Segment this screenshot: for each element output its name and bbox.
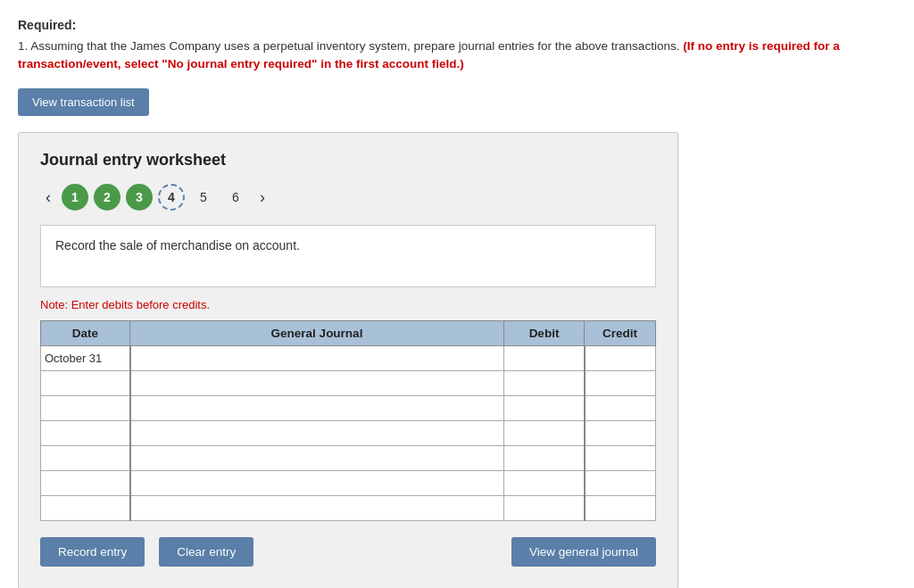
record-entry-button[interactable]: Record entry [40, 537, 145, 567]
next-page-button[interactable]: › [254, 187, 270, 207]
prev-page-button[interactable]: ‹ [40, 187, 56, 207]
view-transaction-button[interactable]: View transaction list [18, 88, 149, 116]
cell-journal-3[interactable] [130, 395, 504, 420]
cell-journal-2[interactable] [130, 370, 504, 395]
cell-debit-2[interactable] [504, 370, 585, 395]
cell-journal-6[interactable] [130, 470, 504, 495]
credit-input-2[interactable] [589, 377, 652, 390]
cell-debit-1[interactable] [504, 345, 585, 370]
col-header-date: Date [41, 320, 130, 345]
credit-input-4[interactable] [589, 427, 652, 440]
table-row [41, 395, 656, 420]
journal-input-1[interactable] [135, 352, 501, 365]
cell-debit-4[interactable] [504, 420, 585, 445]
table-row [41, 495, 656, 520]
col-header-journal: General Journal [130, 320, 504, 345]
date-value-1: October 31 [45, 352, 102, 365]
cell-date-3 [41, 395, 130, 420]
required-label: Required: [18, 18, 896, 32]
credit-input-1[interactable] [589, 352, 652, 365]
col-header-credit: Credit [585, 320, 656, 345]
page-1-button[interactable]: 1 [62, 184, 88, 211]
journal-input-5[interactable] [135, 451, 501, 465]
cell-date-6 [41, 470, 130, 495]
debit-input-3[interactable] [508, 402, 580, 415]
debit-input-1[interactable] [508, 352, 580, 365]
credit-input-3[interactable] [589, 402, 652, 415]
cell-date-4 [41, 420, 130, 445]
debit-input-7[interactable] [508, 501, 580, 515]
cell-date-2 [41, 370, 130, 395]
cell-debit-6[interactable] [504, 470, 585, 495]
cell-credit-6[interactable] [585, 470, 656, 495]
credit-input-7[interactable] [589, 501, 652, 515]
view-general-journal-button[interactable]: View general journal [511, 537, 656, 567]
cell-date-5 [41, 445, 130, 470]
cell-journal-1[interactable] [130, 345, 504, 370]
cell-credit-7[interactable] [585, 495, 656, 520]
page-6-button[interactable]: 6 [222, 184, 249, 211]
page-2-button[interactable]: 2 [94, 184, 120, 211]
cell-date-7 [41, 495, 130, 520]
cell-credit-3[interactable] [585, 395, 656, 420]
page-3-button[interactable]: 3 [126, 184, 153, 211]
debit-input-6[interactable] [508, 476, 580, 490]
page-4-button[interactable]: 4 [158, 184, 185, 211]
worksheet-container: Journal entry worksheet ‹ 1 2 3 4 5 6 › … [18, 132, 678, 589]
debit-input-2[interactable] [508, 377, 580, 390]
journal-table: Date General Journal Debit Credit Octobe… [40, 320, 656, 521]
journal-input-3[interactable] [135, 402, 501, 415]
table-row [41, 370, 656, 395]
cell-debit-3[interactable] [504, 395, 585, 420]
cell-credit-1[interactable] [585, 345, 656, 370]
table-row [41, 420, 656, 445]
table-row [41, 470, 656, 495]
cell-credit-5[interactable] [585, 445, 656, 470]
col-header-debit: Debit [504, 320, 585, 345]
table-row: October 31 [41, 345, 656, 370]
pagination-row: ‹ 1 2 3 4 5 6 › [40, 184, 656, 211]
required-text: 1. Assuming that the James Company uses … [18, 37, 896, 74]
description-box: Record the sale of merchandise on accoun… [40, 225, 656, 287]
table-row [41, 445, 656, 470]
journal-input-4[interactable] [135, 427, 501, 440]
journal-input-2[interactable] [135, 377, 501, 390]
cell-journal-5[interactable] [130, 445, 504, 470]
cell-journal-7[interactable] [130, 495, 504, 520]
cell-debit-5[interactable] [504, 445, 585, 470]
note-text: Note: Enter debits before credits. [40, 298, 656, 311]
worksheet-title: Journal entry worksheet [40, 151, 656, 170]
journal-input-6[interactable] [135, 476, 501, 490]
journal-input-7[interactable] [135, 501, 501, 515]
cell-credit-2[interactable] [585, 370, 656, 395]
clear-entry-button[interactable]: Clear entry [159, 537, 253, 567]
cell-credit-4[interactable] [585, 420, 656, 445]
page-5-button[interactable]: 5 [190, 184, 217, 211]
required-text-body: 1. Assuming that the James Company uses … [18, 39, 679, 53]
credit-input-5[interactable] [589, 451, 652, 465]
debit-input-5[interactable] [508, 451, 580, 465]
credit-input-6[interactable] [589, 476, 652, 490]
cell-date-1: October 31 [41, 345, 130, 370]
cell-journal-4[interactable] [130, 420, 504, 445]
debit-input-4[interactable] [508, 427, 580, 440]
cell-debit-7[interactable] [504, 495, 585, 520]
bottom-buttons: Record entry Clear entry View general jo… [40, 537, 656, 567]
